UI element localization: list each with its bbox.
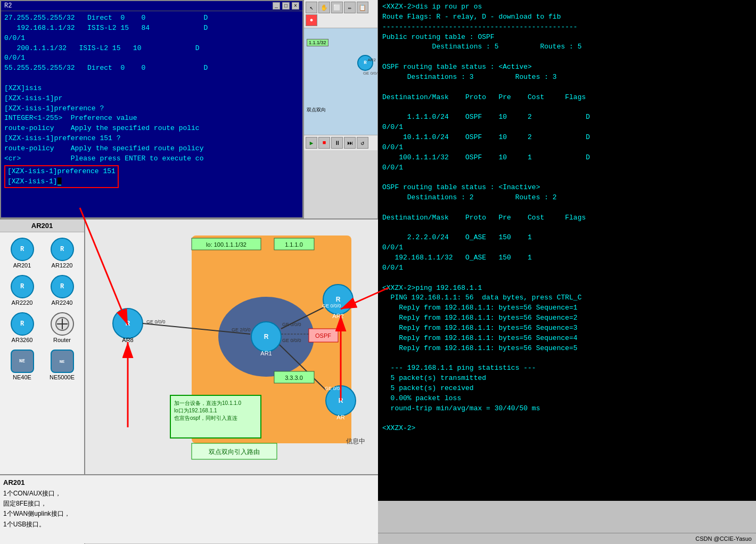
- toolbar-btn-2[interactable]: ✋: [318, 2, 330, 13]
- terminal-right[interactable]: <XXZX-2>dis ip rou pr os Route Flags: R …: [378, 0, 756, 501]
- maximize-button[interactable]: □: [282, 2, 290, 10]
- device-label-ne5000e: NE5000E: [50, 374, 75, 380]
- sim-toolbar[interactable]: ↖ ✋ ⬜ ✏ 📋 ●: [304, 0, 377, 28]
- sim-toolbar-2[interactable]: ▶ ■ ⏸ ⏭ ↺: [304, 135, 377, 150]
- svg-text:加一台设备，直连为10.1.1.0: 加一台设备，直连为10.1.1.0: [174, 400, 242, 406]
- rt-line: [382, 354, 752, 364]
- toolbar-btn-4[interactable]: ✏: [344, 2, 356, 13]
- device-item-ar1220[interactable]: R AR1220: [43, 236, 81, 271]
- rt-line: 0/0/1: [382, 163, 752, 173]
- simulation-svg: R AR8 R AR1 R AR2 R AR OSPF GE 0/0/0 GE: [85, 220, 378, 474]
- rt-header: Destination/Mask Proto Pre Cost Flags: [382, 93, 752, 103]
- info-line-4: 1个USB接口。: [3, 519, 375, 530]
- status-bar-text: CSDN @CCIE-Yasuo: [695, 535, 752, 542]
- device-icon-ar201: R: [11, 238, 34, 261]
- rt-line: 0/0/1: [382, 243, 752, 253]
- status-bar: CSDN @CCIE-Yasuo: [378, 533, 756, 544]
- device-item-ar2240[interactable]: R AR2240: [43, 273, 81, 308]
- reset-btn[interactable]: ↺: [357, 137, 368, 149]
- terminal-controls[interactable]: _ □ ×: [273, 2, 299, 10]
- highlighted-command-1: [XZX-isis-1]preference 151: [7, 167, 116, 177]
- rt-prompt: <XXZX-2>: [382, 424, 752, 434]
- rt-reply-5: Reply from 192.168.1.1: bytes=56 Sequenc…: [382, 344, 752, 354]
- term-line: [XZX]isis: [4, 84, 299, 94]
- svg-text:1.1.1.0: 1.1.1.0: [285, 241, 303, 248]
- device-label-ar1220: AR1220: [52, 262, 73, 269]
- device-icon-ne5000e: NE: [51, 350, 74, 373]
- rt-line: [382, 83, 752, 93]
- rt-stats-2: 5 packet(s) received: [382, 384, 752, 394]
- rt-reply-4: Reply from 192.168.1.1: bytes=56 Sequenc…: [382, 334, 752, 344]
- terminal-left[interactable]: R2 _ □ × 27.255.255.255/32 Direct 0 0 D …: [0, 0, 303, 218]
- svg-text:信息中: 信息中: [346, 437, 365, 445]
- toolbar-btn-5[interactable]: 📋: [357, 2, 368, 13]
- device-item-ne40e[interactable]: NE NE40E: [3, 347, 41, 383]
- rt-line: OSPF routing table status : <Active>: [382, 62, 752, 72]
- rt-line: [382, 223, 752, 233]
- device-item-ar2220[interactable]: R AR2220: [3, 273, 41, 308]
- pause-btn[interactable]: ⏸: [331, 137, 343, 149]
- rt-header-2: Destination/Mask Proto Pre Cost Flags: [382, 213, 752, 223]
- rt-reply-2: Reply from 192.168.1.1: bytes=56 Sequenc…: [382, 313, 752, 323]
- device-label-ne40e: NE40E: [13, 374, 31, 380]
- play-btn[interactable]: ▶: [306, 137, 317, 149]
- rt-route-3: 100.1.1.1/32 OSPF 10 1 D: [382, 153, 752, 163]
- router-svg-icon: [54, 316, 70, 332]
- svg-text:双点双向引入路由: 双点双向引入路由: [209, 448, 260, 456]
- term-line: 0/0/1: [4, 34, 299, 44]
- device-icon-label: R: [20, 246, 24, 253]
- mini-ar2-label: AR2: [367, 58, 376, 62]
- rt-ping-header: PING 192.168.1.1: 56 data bytes, press C…: [382, 293, 752, 303]
- device-item-router[interactable]: Router: [43, 310, 81, 345]
- device-item-ar201[interactable]: R AR201: [3, 236, 41, 271]
- term-line: [4, 74, 299, 84]
- info-line-1: 1个CON/AUX接口，: [3, 489, 375, 499]
- svg-text:GE 0/0/: GE 0/0/: [325, 386, 341, 391]
- term-line: INTEGER<1-255> Preference value: [4, 113, 299, 124]
- info-panel-title: AR201: [3, 478, 375, 486]
- device-grid: R AR201 R AR1220 R AR2220 R AR2240 R AR3…: [0, 232, 84, 386]
- rt-route-2: 10.1.1.0/24 OSPF 10 2 D: [382, 133, 752, 143]
- svg-text:R: R: [264, 333, 269, 340]
- rt-line: [382, 52, 752, 62]
- step-btn[interactable]: ⏭: [344, 137, 356, 149]
- rt-line: 0/0/1: [382, 263, 752, 273]
- rt-inactive-status: OSPF routing table status : <Inactive>: [382, 183, 752, 193]
- info-panel: AR201 1个CON/AUX接口， 固定8FE接口， 1个WAN侧uplink…: [0, 474, 378, 543]
- toolbar-btn-3[interactable]: ⬜: [331, 2, 343, 13]
- term-line: 55.255.255.255/32 Direct 0 0 D: [4, 63, 299, 74]
- rt-ping-cmd: <XXZX-2>ping 192.168.1.1: [382, 283, 752, 294]
- toolbar-btn-6[interactable]: ●: [306, 14, 317, 26]
- device-label-router: Router: [53, 337, 71, 343]
- svg-text:GE 0/0/0: GE 0/0/0: [282, 338, 301, 343]
- term-line: [XZX-isis-1]preference 151 ?: [4, 134, 299, 144]
- main-simulation-area[interactable]: R AR8 R AR1 R AR2 R AR OSPF GE 0/0/0 GE: [85, 218, 378, 474]
- svg-text:GE 0/0/0: GE 0/0/0: [322, 303, 341, 308]
- info-panel-desc: 1个CON/AUX接口， 固定8FE接口， 1个WAN侧uplink接口， 1个…: [3, 489, 375, 530]
- device-icon-label: R: [60, 246, 64, 253]
- term-line: <cr> Please press ENTER to execute co: [4, 154, 299, 164]
- minimize-button[interactable]: _: [273, 2, 280, 10]
- svg-text:R: R: [126, 320, 130, 327]
- term-line: 0/0/1: [4, 53, 299, 63]
- svg-text:AR1: AR1: [260, 350, 272, 356]
- svg-text:lo口为192.168.1.1: lo口为192.168.1.1: [174, 408, 217, 413]
- svg-text:OSPF: OSPF: [315, 332, 331, 339]
- rt-reply-1: Reply from 192.168.1.1: bytes=56 Sequenc…: [382, 303, 752, 313]
- rt-stats-header: --- 192.168.1.1 ping statistics ---: [382, 363, 752, 374]
- mini-ge-label: GE 0/0/: [363, 71, 377, 76]
- rt-line: <XXZX-2>dis ip rou pr os: [382, 2, 752, 12]
- device-item-ne5000e[interactable]: NE NE5000E: [43, 347, 81, 383]
- close-button[interactable]: ×: [292, 2, 299, 10]
- toolbar-btn-1[interactable]: ↖: [306, 2, 317, 13]
- rt-line: [382, 203, 752, 213]
- term-line: 200.1.1.1/32 ISIS-L2 15 10 D: [4, 44, 299, 54]
- rt-stats-4: round-trip min/avg/max = 30/40/50 ms: [382, 404, 752, 414]
- term-line: [XZX-isis-1]preference ?: [4, 104, 299, 114]
- device-icon-ne40e: NE: [11, 350, 34, 373]
- device-label-ar3260: AR3260: [12, 337, 33, 343]
- device-label-ar201: AR201: [13, 262, 31, 269]
- device-icon-router: [51, 312, 74, 336]
- stop-btn[interactable]: ■: [318, 137, 330, 149]
- device-item-ar3260[interactable]: R AR3260: [3, 310, 41, 345]
